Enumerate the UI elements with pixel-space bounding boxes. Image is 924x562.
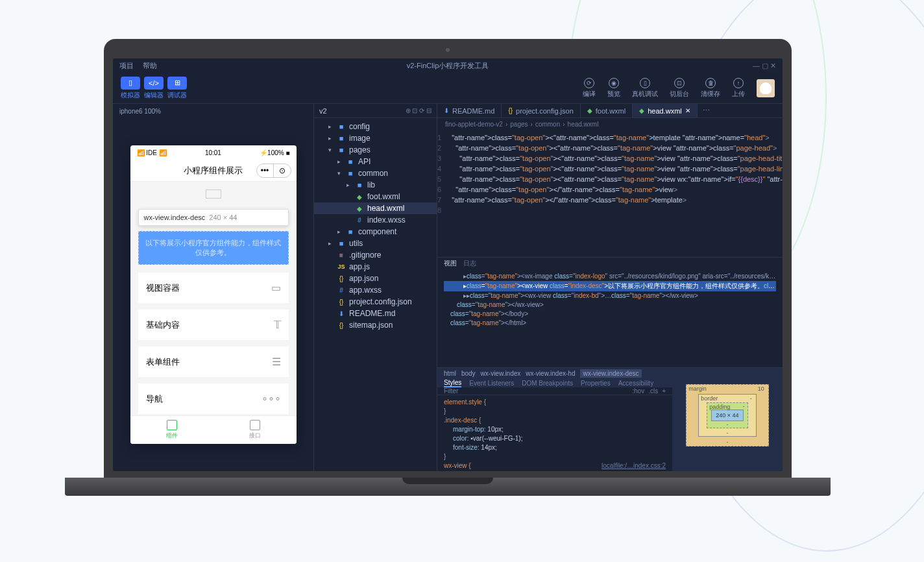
menu-project[interactable]: 项目 (119, 61, 134, 71)
more-icon[interactable]: ••• (257, 164, 274, 177)
camera-dot (446, 48, 450, 52)
hov-button[interactable]: :hov (632, 387, 644, 395)
style-tab[interactable]: Styles (444, 379, 461, 387)
editor-tab[interactable]: ◆head.wxml✕ (633, 104, 698, 117)
tab-components[interactable]: 组件 (130, 416, 213, 444)
tab-overflow[interactable]: ⋯ (698, 104, 715, 117)
box-content-size: 240 × 44 (711, 409, 743, 421)
simulator-panel: iphone6 100% 📶 IDE 📶 10:01 ⚡100% ■ 小程序组件… (113, 104, 314, 471)
code-icon: </> (144, 77, 164, 90)
file-item[interactable]: {}sitemap.json (314, 319, 437, 331)
background-button[interactable]: ⊡切后台 (670, 78, 689, 99)
style-tab[interactable]: Properties (581, 380, 611, 387)
style-tab[interactable]: Accessibility (618, 380, 653, 387)
styles-panel: StylesEvent ListenersDOM BreakpointsProp… (437, 379, 672, 472)
dom-tree[interactable]: ▸class="tag-name"><wx-image class="index… (437, 269, 783, 367)
phone-icon: ▯ (121, 77, 140, 90)
toolbar: ▯ 模拟器 </> 编辑器 ⊞ 调试器 ⟳编译 ◉预览 ▯真机调试 (113, 73, 783, 104)
switch-icon: ⊡ (674, 78, 685, 88)
compile-icon: ⟳ (584, 78, 594, 88)
preview-button[interactable]: ◉预览 (607, 78, 620, 99)
style-filter-bar: Filter :hov .cls + (437, 387, 672, 395)
add-rule-button[interactable]: + (662, 387, 666, 395)
ide-window: 项目 帮助 v2-FinClip小程序开发工具 — ▢ ✕ ▯ 模拟器 </> … (113, 58, 783, 471)
cls-button[interactable]: .cls (648, 387, 658, 395)
close-icon[interactable]: ✕ (685, 107, 690, 114)
folder-item[interactable]: ▾■pages (314, 144, 437, 156)
folder-item[interactable]: ▸■config (314, 121, 437, 132)
upload-button[interactable]: ↑上传 (732, 78, 745, 99)
menubar: 项目 帮助 v2-FinClip小程序开发工具 — ▢ ✕ (113, 58, 783, 73)
list-item[interactable]: 导航∘∘∘ (138, 384, 289, 414)
eye-icon: ◉ (609, 78, 619, 88)
grid-icon (167, 420, 177, 430)
view-tab[interactable]: 视图 (444, 259, 457, 268)
devtools-view-tabs: 视图 日志 (437, 258, 783, 269)
box-model: margin 10 border - padding - 240 × 4 (672, 379, 783, 472)
mode-editor[interactable]: </> 编辑器 (144, 77, 164, 100)
project-root[interactable]: v2 (319, 107, 327, 115)
trash-icon: 🗑 (705, 78, 716, 88)
compile-button[interactable]: ⟳编译 (583, 78, 596, 99)
editor-tab[interactable]: ⬇README.md (437, 104, 502, 117)
laptop-frame: 项目 帮助 v2-FinClip小程序开发工具 — ▢ ✕ ▯ 模拟器 </> … (104, 39, 792, 496)
folder-item[interactable]: ▸■component (314, 226, 437, 238)
editor-tab[interactable]: {}project.config.json (502, 104, 580, 117)
capsule-button[interactable]: ••• ⊙ (256, 164, 291, 178)
folder-item[interactable]: ▸■utils (314, 238, 437, 249)
clear-cache-button[interactable]: 🗑清缓存 (701, 78, 720, 99)
file-item[interactable]: {}project.config.json (314, 296, 437, 308)
mode-debugger[interactable]: ⊞ 调试器 (167, 77, 187, 100)
window-controls[interactable]: — ▢ ✕ (753, 62, 776, 70)
file-item[interactable]: #index.wxss (314, 214, 437, 226)
dots-icon: ∘∘∘ (261, 393, 281, 405)
file-item[interactable]: #app.wxss (314, 284, 437, 296)
text-icon: 𝕋 (274, 319, 281, 331)
phone-statusbar: 📶 IDE 📶 10:01 ⚡100% ■ (130, 145, 297, 160)
filter-input[interactable]: Filter (444, 387, 458, 395)
file-item[interactable]: ◆head.wxml (314, 202, 437, 214)
highlighted-element[interactable]: 以下将展示小程序官方组件能力，组件样式仅供参考。 (138, 231, 289, 265)
dom-breadcrumb[interactable]: htmlbodywx-view.indexwx-view.index-hdwx-… (437, 367, 783, 379)
log-tab[interactable]: 日志 (463, 259, 476, 268)
style-tab[interactable]: Event Listeners (469, 380, 514, 387)
file-item[interactable]: {}app.json (314, 273, 437, 284)
close-icon[interactable]: ⊙ (274, 164, 291, 177)
folder-item[interactable]: ▸■lib (314, 179, 437, 191)
phone-simulator: 📶 IDE 📶 10:01 ⚡100% ■ 小程序组件展示 ••• ⊙ (130, 145, 297, 444)
folder-item[interactable]: ▸■image (314, 132, 437, 144)
inspector-tooltip: wx-view.index-desc 240 × 44 (138, 209, 289, 226)
css-rules[interactable]: element.style {}.index-desc {</span></di… (437, 395, 672, 472)
logo-placeholder (206, 189, 221, 199)
device-icon: ▯ (640, 78, 650, 88)
code-editor[interactable]: 12345678 "attr-name">class="tag-open"><"… (437, 130, 783, 257)
style-tabs: StylesEvent ListenersDOM BreakpointsProp… (437, 379, 672, 387)
folder-item[interactable]: ▸■API (314, 156, 437, 167)
debug-icon: ⊞ (167, 77, 187, 90)
device-info[interactable]: iphone6 100% (113, 104, 313, 118)
mode-simulator[interactable]: ▯ 模拟器 (121, 77, 140, 100)
devtools: 视图 日志 ▸class="tag-name"><wx-image class=… (437, 257, 783, 471)
file-item[interactable]: JSapp.js (314, 261, 437, 273)
list-item[interactable]: 视图容器▭ (138, 273, 289, 303)
line-gutter: 12345678 (437, 130, 446, 257)
menu-help[interactable]: 帮助 (143, 61, 157, 71)
window-title: v2-FinClip小程序开发工具 (407, 61, 489, 71)
remote-debug-button[interactable]: ▯真机调试 (632, 78, 658, 99)
file-item[interactable]: ◆foot.wxml (314, 191, 437, 202)
editor-tab[interactable]: ◆foot.wxml (581, 104, 633, 117)
explorer-actions[interactable]: ⊕ ⊡ ⟳ ⊟ (406, 107, 432, 114)
phone-navbar: 小程序组件展示 ••• ⊙ (130, 160, 297, 182)
menu-icon: ☰ (272, 356, 281, 368)
mode-buttons: ▯ 模拟器 </> 编辑器 ⊞ 调试器 (121, 77, 187, 100)
file-item[interactable]: ⬇README.md (314, 308, 437, 319)
breadcrumb[interactable]: fino-applet-demo-v2 › pages › common › h… (437, 118, 783, 130)
file-item[interactable]: ≡.gitignore (314, 249, 437, 261)
tab-api[interactable]: 接口 (213, 416, 297, 444)
list-item[interactable]: 表单组件☰ (138, 347, 289, 377)
list-item[interactable]: 基础内容𝕋 (138, 310, 289, 340)
phone-tabbar: 组件 接口 (130, 415, 297, 444)
user-avatar[interactable] (757, 79, 775, 97)
folder-item[interactable]: ▾■common (314, 167, 437, 179)
style-tab[interactable]: DOM Breakpoints (522, 380, 573, 387)
